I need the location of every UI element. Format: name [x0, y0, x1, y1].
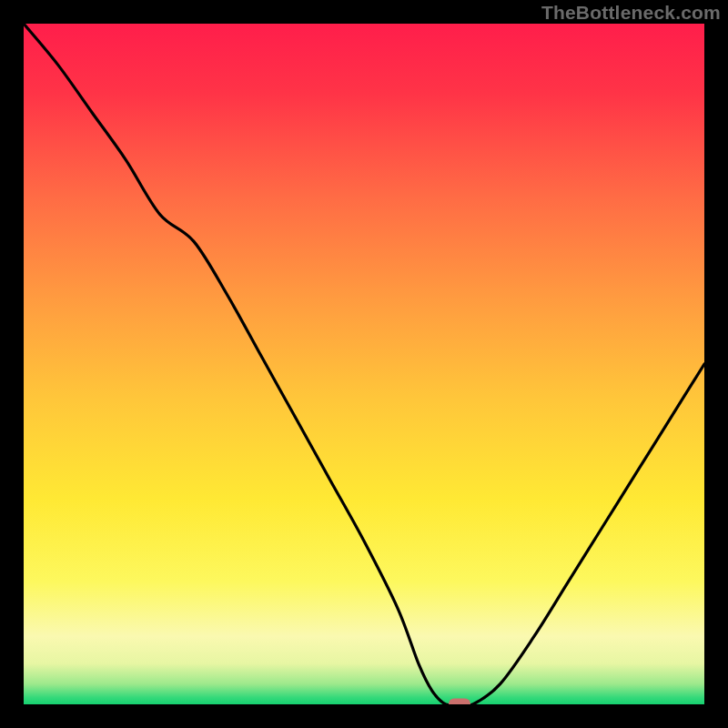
plot-area	[24, 24, 704, 704]
optimal-marker	[449, 699, 470, 705]
watermark-text: TheBottleneck.com	[541, 2, 721, 24]
chart-frame: TheBottleneck.com	[0, 0, 728, 728]
bottleneck-curve	[24, 24, 704, 704]
